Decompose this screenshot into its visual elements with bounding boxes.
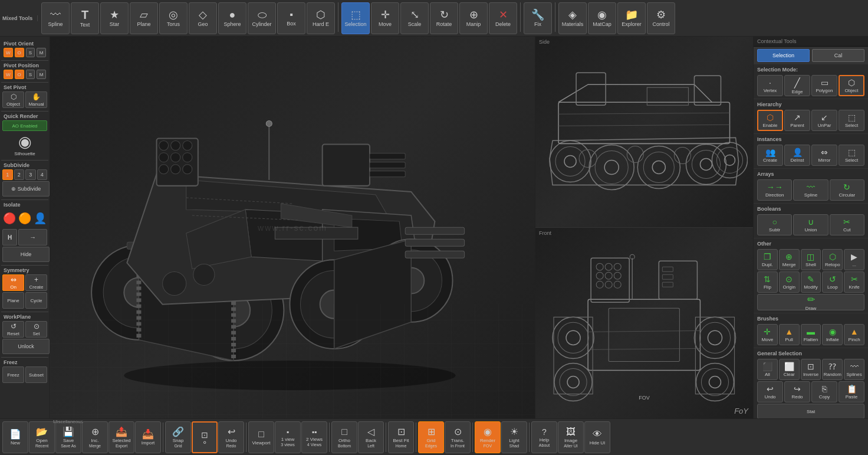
pivot-pos-o[interactable]: O bbox=[15, 70, 24, 79]
subdiv-1[interactable]: 1 bbox=[2, 169, 13, 180]
hide-btn[interactable]: Hide bbox=[2, 247, 50, 262]
bottom-hide-ui[interactable]: 👁 Hide UI bbox=[584, 421, 610, 453]
hierarchy-parent-btn[interactable]: ↗ Parent bbox=[784, 110, 810, 131]
gen-random-btn[interactable]: ⁇ Random bbox=[822, 359, 843, 380]
tool-spline[interactable]: 〰 Spline bbox=[41, 2, 70, 34]
workplane-set[interactable]: ⊙ Set bbox=[25, 321, 47, 338]
pivot-orient-w[interactable]: W bbox=[4, 48, 13, 57]
gen-redo-btn[interactable]: ↪ Redo bbox=[784, 381, 810, 402]
subdiv-3[interactable]: 3 bbox=[25, 169, 36, 180]
instances-deinst-btn[interactable]: 👤 DeInst bbox=[784, 145, 810, 166]
other-loop-btn[interactable]: ↺ Loop bbox=[822, 271, 843, 293]
booleans-union-btn[interactable]: ∪ Union bbox=[793, 214, 828, 235]
isolate-icon-3[interactable]: 👤 bbox=[33, 209, 47, 228]
other-more-btn[interactable]: ▶ ... bbox=[844, 249, 864, 270]
arrays-spline-btn[interactable]: 〰 Spline bbox=[793, 179, 828, 201]
bottom-render[interactable]: ◉ Render FOV bbox=[475, 421, 501, 453]
brush-flatten-btn[interactable]: ▬ Flatten bbox=[801, 324, 821, 345]
silhouette-btn[interactable]: ◉ Silhouette bbox=[1, 132, 48, 158]
isolate-icon-2[interactable]: 🟠 bbox=[18, 209, 32, 228]
gen-inverse-btn[interactable]: ⊡ Inverse bbox=[801, 359, 821, 380]
booleans-cut-btn[interactable]: ✂ Cut bbox=[830, 214, 864, 235]
bottom-light[interactable]: ☀ Light Shad bbox=[501, 421, 527, 453]
gen-paste-btn[interactable]: 📋 Paste bbox=[839, 381, 864, 402]
freez-btn[interactable]: Freez bbox=[2, 366, 24, 383]
tool-materials[interactable]: ◈ Materials bbox=[558, 2, 587, 34]
tool-hard-e[interactable]: ⬡ Hard E bbox=[307, 2, 335, 34]
edge-mode-btn[interactable]: ╱ Edge bbox=[784, 75, 810, 96]
instances-create-btn[interactable]: 👥 Create bbox=[757, 145, 783, 166]
pivot-pos-w[interactable]: W bbox=[4, 70, 13, 79]
symmetry-on[interactable]: ⇔ On bbox=[2, 274, 24, 291]
polygon-mode-btn[interactable]: ▭ Polygon bbox=[811, 75, 837, 96]
brush-move-btn[interactable]: ✛ Move bbox=[757, 324, 778, 345]
cancel-tool-btn[interactable]: Cal bbox=[812, 49, 864, 62]
symmetry-plane[interactable]: Plane bbox=[2, 292, 24, 309]
other-merge-btn[interactable]: ⊕ Merge bbox=[779, 249, 800, 270]
arrays-direction-btn[interactable]: →→ Direction bbox=[757, 179, 792, 201]
hierarchy-enable-btn[interactable]: ⬡ Enable bbox=[757, 110, 783, 131]
gen-stat-btn[interactable]: Stat bbox=[757, 404, 864, 418]
bottom-ortho[interactable]: □ Ortho Bottom bbox=[331, 421, 357, 453]
other-modify-btn[interactable]: ✎ Modify bbox=[801, 271, 821, 293]
vertex-mode-btn[interactable]: · Vertex bbox=[757, 75, 783, 96]
bottom-open[interactable]: 📂 Open Recent bbox=[29, 421, 55, 453]
h-btn[interactable]: H bbox=[2, 229, 17, 245]
top-right-viewport[interactable]: Side bbox=[535, 37, 753, 228]
pivot-orient-o[interactable]: O bbox=[15, 48, 24, 57]
bottom-viewport[interactable]: □ Viewport bbox=[248, 421, 274, 453]
subdivide-btn[interactable]: ⊕ Subdivide bbox=[2, 181, 50, 197]
gen-all-btn[interactable]: ⬛ All bbox=[757, 359, 778, 380]
bottom-merge[interactable]: ⊕ Inc. Merge bbox=[82, 421, 108, 453]
subdiv-2[interactable]: 2 bbox=[14, 169, 25, 180]
subset-btn[interactable]: Subset bbox=[25, 366, 47, 383]
tool-text[interactable]: T Text bbox=[71, 2, 99, 34]
tool-matcap[interactable]: ◉ MatCap bbox=[588, 2, 616, 34]
tool-torus[interactable]: ◎ Torus bbox=[159, 2, 188, 34]
tool-box[interactable]: ▪ Box bbox=[277, 2, 305, 34]
symmetry-cycle[interactable]: Cycle bbox=[25, 292, 47, 309]
subdiv-4[interactable]: 4 bbox=[37, 169, 48, 180]
tool-scale[interactable]: ⤡ Scale bbox=[400, 2, 429, 34]
pivot-orient-m[interactable]: M bbox=[37, 48, 46, 57]
bottom-bestfit[interactable]: ⊡ Best Fit Home bbox=[388, 421, 414, 453]
tool-fix[interactable]: 🔧 Fix bbox=[524, 2, 552, 34]
brush-pull-btn[interactable]: ▲ Pull bbox=[779, 324, 800, 345]
tool-move[interactable]: ✛ Move bbox=[371, 2, 399, 34]
hierarchy-unpar-btn[interactable]: ↙ UnPar bbox=[811, 110, 837, 131]
tool-rotate[interactable]: ↻ Rotate bbox=[430, 2, 458, 34]
bottom-new[interactable]: 📄 New bbox=[2, 421, 28, 453]
tool-delete[interactable]: ✕ Delete bbox=[489, 2, 517, 34]
tool-control[interactable]: ⚙ Control bbox=[647, 2, 675, 34]
gen-undo-btn[interactable]: ↩ Undo bbox=[757, 381, 783, 402]
tool-explorer[interactable]: 📁 Explorer bbox=[617, 2, 646, 34]
tool-geo[interactable]: ◇ Geo bbox=[189, 2, 217, 34]
pivot-orient-s[interactable]: S bbox=[26, 48, 35, 57]
bottom-snap-orange[interactable]: ⊡ ⭘ bbox=[192, 421, 218, 453]
symmetry-create[interactable]: + Create bbox=[25, 274, 47, 291]
bottom-export[interactable]: 📤 Selected Export bbox=[108, 421, 134, 453]
other-dupl-btn[interactable]: ❒ Dupl. bbox=[757, 249, 778, 270]
set-pivot-object[interactable]: ⬡ Object bbox=[2, 91, 24, 108]
ao-enabled-btn[interactable]: AO Enabled bbox=[1, 120, 48, 132]
other-draw-btn[interactable]: ✏ Draw bbox=[757, 294, 864, 310]
pivot-pos-s[interactable]: S bbox=[26, 70, 35, 79]
bottom-undo[interactable]: ↩ Undo Redo bbox=[218, 421, 244, 453]
pivot-pos-m[interactable]: M bbox=[37, 70, 46, 79]
arrays-circular-btn[interactable]: ↻ Circular bbox=[830, 179, 864, 201]
set-pivot-manual[interactable]: ✋ Manual bbox=[25, 91, 47, 108]
other-origin-btn[interactable]: ⊙ Origin bbox=[779, 271, 800, 293]
instances-select-btn[interactable]: ⬚ Select bbox=[839, 145, 864, 166]
tool-selection[interactable]: ⬚ Selection bbox=[341, 2, 370, 34]
bottom-1view[interactable]: ▪ 1 view 3 views bbox=[275, 421, 301, 453]
gen-splines-btn[interactable]: 〰 Splines bbox=[844, 359, 864, 380]
bottom-save[interactable]: 💾 Save Save As bbox=[55, 421, 81, 453]
bottom-import[interactable]: 📥 Import bbox=[135, 421, 161, 453]
gen-copy-btn[interactable]: ⎘ Copy bbox=[811, 381, 837, 402]
other-shell-btn[interactable]: ◫ Shell bbox=[801, 249, 821, 270]
tool-star[interactable]: ★ Star bbox=[100, 2, 129, 34]
hierarchy-select-btn[interactable]: ⬚ Select bbox=[839, 110, 864, 131]
tool-plane[interactable]: ▱ Plane bbox=[130, 2, 158, 34]
object-mode-btn[interactable]: ⬡ Object bbox=[839, 75, 864, 96]
bottom-back[interactable]: ◁ Back Left bbox=[358, 421, 384, 453]
